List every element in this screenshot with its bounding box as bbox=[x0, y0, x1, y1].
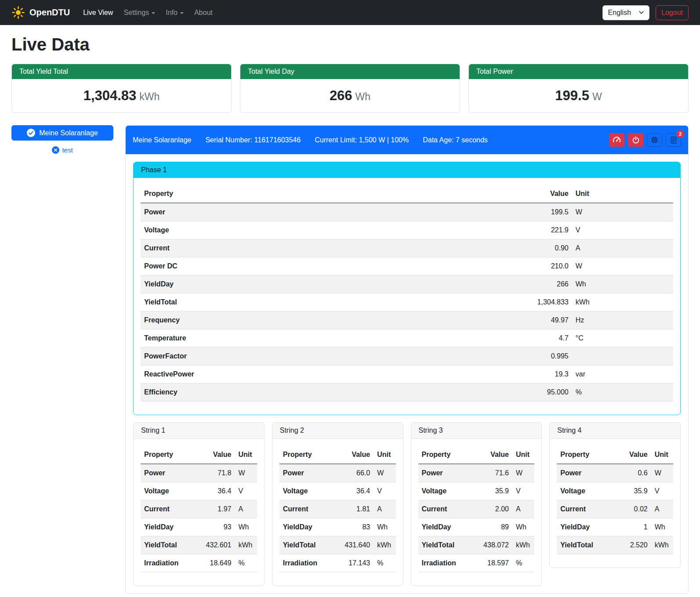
table-row: Irradiation 18.649 % bbox=[141, 554, 257, 572]
table-row: Current 0.90 A bbox=[141, 239, 673, 257]
cpu-icon bbox=[650, 136, 659, 144]
property-cell: Irradiation bbox=[418, 554, 471, 572]
power-button[interactable] bbox=[628, 133, 643, 147]
col-header-unit: Unit bbox=[235, 446, 257, 464]
col-header-value: Value bbox=[332, 446, 374, 464]
property-cell: Power bbox=[418, 464, 471, 482]
x-circle-icon bbox=[52, 146, 59, 154]
col-header-value: Value bbox=[614, 446, 651, 464]
value-cell: 66.0 bbox=[332, 464, 374, 482]
chevron-down-icon bbox=[152, 12, 155, 14]
chevron-down-icon bbox=[639, 11, 644, 14]
table-row: Power 0.6 W bbox=[557, 464, 673, 482]
property-cell: YieldDay bbox=[418, 518, 471, 536]
strings-grid: String 1 Property Value Unit bbox=[133, 422, 681, 586]
unit-cell: V bbox=[572, 221, 673, 239]
table-row: Temperature 4.7 °C bbox=[141, 329, 673, 347]
nav-settings-label: Settings bbox=[123, 9, 149, 17]
nav-info[interactable]: Info bbox=[160, 5, 189, 20]
table-row: Frequency 49.97 Hz bbox=[141, 311, 673, 329]
unit-cell: % bbox=[572, 384, 673, 402]
nav-settings[interactable]: Settings bbox=[118, 5, 160, 20]
summary-card: Total Power 199.5W bbox=[468, 64, 689, 113]
table-row: ReactivePower 19.3 var bbox=[141, 365, 673, 384]
table-row: Voltage 36.4 V bbox=[141, 482, 257, 500]
summary-value: 1,304.83 bbox=[83, 88, 137, 103]
value-cell: 2.00 bbox=[471, 500, 512, 518]
language-value: English bbox=[608, 9, 631, 17]
unit-cell: °C bbox=[572, 329, 673, 347]
table-row: YieldDay 266 Wh bbox=[141, 275, 673, 293]
table-header-row: Property Value Unit bbox=[141, 185, 673, 203]
unit-cell: A bbox=[235, 500, 257, 518]
inverter-select-label: Meine Solaranlage bbox=[39, 129, 98, 137]
unit-cell: A bbox=[512, 500, 534, 518]
col-header-value: Value bbox=[193, 446, 235, 464]
value-cell: 0.02 bbox=[614, 500, 651, 518]
value-cell: 1,304.833 bbox=[399, 293, 572, 311]
limit-settings-button[interactable] bbox=[609, 133, 624, 147]
property-cell: YieldTotal bbox=[279, 536, 332, 554]
inverter-sidebar: Meine Solaranlage test bbox=[11, 125, 113, 154]
nav-links: Live View Settings Info About bbox=[78, 5, 218, 20]
logout-button[interactable]: Logout bbox=[656, 5, 689, 20]
string-table: Property Value Unit Power 66.0 bbox=[279, 446, 396, 572]
string-table: Property Value Unit Power 71.8 bbox=[141, 446, 257, 572]
string-table: Property Value Unit Power 71.6 bbox=[418, 446, 535, 572]
language-select[interactable]: English bbox=[602, 5, 649, 20]
unit-cell: W bbox=[235, 464, 257, 482]
inverter-select-button[interactable]: Meine Solaranlage bbox=[11, 125, 113, 141]
string-title: String 2 bbox=[272, 423, 403, 439]
col-header-property: Property bbox=[141, 446, 193, 464]
unit-cell: Wh bbox=[572, 275, 673, 293]
summary-cards: Total Yield Total 1,304.83kWh Total Yiel… bbox=[11, 64, 689, 113]
value-cell: 1.97 bbox=[193, 500, 235, 518]
nav-about[interactable]: About bbox=[189, 5, 218, 20]
property-cell: Power bbox=[141, 203, 399, 221]
unit-cell: Wh bbox=[512, 518, 534, 536]
table-row: YieldDay 89 Wh bbox=[418, 518, 535, 536]
nav-info-label: Info bbox=[166, 9, 178, 17]
unit-cell: A bbox=[572, 239, 673, 257]
device-info-button[interactable] bbox=[647, 133, 662, 147]
nav-live-view[interactable]: Live View bbox=[78, 5, 118, 20]
string-title: String 4 bbox=[550, 423, 680, 439]
table-row: Current 2.00 A bbox=[418, 500, 535, 518]
table-header-row: Property Value Unit bbox=[557, 446, 673, 464]
table-row: YieldTotal 431.640 kWh bbox=[279, 536, 396, 554]
value-cell: 71.8 bbox=[193, 464, 235, 482]
value-cell: 431.640 bbox=[332, 536, 374, 554]
unit-cell: kWh bbox=[651, 536, 673, 554]
unit-cell: Wh bbox=[374, 518, 395, 536]
value-cell: 18.649 bbox=[193, 554, 235, 572]
table-row: YieldTotal 1,304.833 kWh bbox=[141, 293, 673, 311]
value-cell: 36.4 bbox=[193, 482, 235, 500]
value-cell: 266 bbox=[399, 275, 572, 293]
check-circle-icon bbox=[27, 129, 35, 137]
table-row: Current 1.97 A bbox=[141, 500, 257, 518]
journal-icon bbox=[670, 136, 678, 144]
table-row: Voltage 35.9 V bbox=[557, 482, 673, 500]
table-row: Voltage 221.9 V bbox=[141, 221, 673, 239]
top-navbar: OpenDTU Live View Settings Info About En… bbox=[0, 0, 700, 25]
event-count-badge: 2 bbox=[676, 130, 684, 138]
brand[interactable]: OpenDTU bbox=[11, 6, 70, 19]
property-cell: Voltage bbox=[418, 482, 471, 500]
table-row: Irradiation 18.597 % bbox=[418, 554, 535, 572]
unit-cell: kWh bbox=[572, 293, 673, 311]
table-header-row: Property Value Unit bbox=[279, 446, 396, 464]
sun-logo-icon bbox=[11, 6, 25, 19]
value-cell: 89 bbox=[471, 518, 512, 536]
string-title: String 3 bbox=[411, 423, 542, 439]
col-header-property: Property bbox=[279, 446, 332, 464]
table-row: Voltage 35.9 V bbox=[418, 482, 535, 500]
inverter-header: Meine Solaranlage Serial Number: 1161716… bbox=[126, 126, 688, 154]
event-log-button[interactable]: 2 bbox=[666, 133, 681, 147]
col-header-property: Property bbox=[557, 446, 614, 464]
table-row: YieldTotal 432.601 kWh bbox=[141, 536, 257, 554]
property-cell: Frequency bbox=[141, 311, 399, 329]
filter-tag[interactable]: test bbox=[11, 146, 113, 154]
summary-unit: kWh bbox=[139, 91, 160, 102]
table-row: YieldTotal 2.520 kWh bbox=[557, 536, 673, 554]
inverter-data-age: Data Age: 7 seconds bbox=[423, 136, 488, 144]
